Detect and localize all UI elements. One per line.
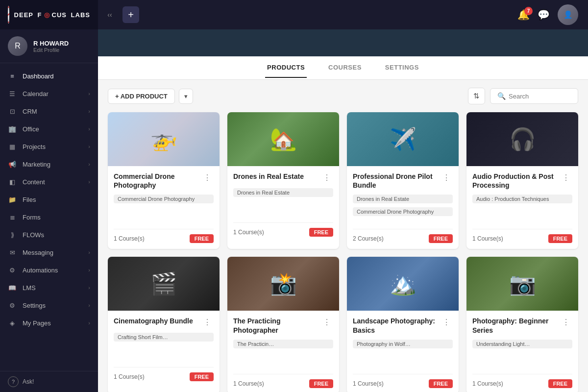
user-section: R R HOWARD Edit Profile [0, 29, 98, 63]
product-image: 🎬 [108, 257, 220, 311]
more-options-button[interactable]: ⋮ [560, 317, 572, 328]
sidebar-item-crm[interactable]: ⊡ CRM › [0, 102, 98, 120]
chevron-right-icon: › [88, 126, 90, 132]
sidebar-item-label: Marketing [23, 161, 50, 168]
collapse-sidebar-button[interactable]: ‹‹ [103, 8, 117, 22]
product-image: 🏔️ [347, 257, 459, 311]
settings-icon: ⚙ [8, 301, 17, 310]
ask-icon: ? [8, 376, 19, 387]
chevron-right-icon: › [88, 302, 90, 308]
price-badge: FREE [190, 372, 214, 381]
product-title: The Practicing Photographer [233, 317, 321, 334]
more-options-button[interactable]: ⋮ [201, 172, 214, 183]
sidebar-item-dashboard[interactable]: ≡ Dashboard [0, 67, 98, 85]
add-product-label: + ADD PRODUCT [115, 93, 168, 100]
office-icon: 🏢 [8, 124, 17, 133]
product-card-professional-drone: ✈️ Professional Drone Pilot Bundle ⋮ Dro… [347, 112, 459, 249]
search-input[interactable] [509, 93, 571, 100]
sidebar-item-label: Automations [23, 267, 58, 274]
product-body: Drones in Real Estate ⋮ Drones in Real E… [227, 166, 339, 243]
course-count: 1 Course(s) [233, 380, 264, 387]
product-card-commercial-drone: 🚁 Commercial Drone Photography ⋮ Commerc… [108, 112, 220, 249]
sidebar-item-settings[interactable]: ⚙ Settings › [0, 296, 98, 314]
chevron-right-icon: › [88, 285, 90, 291]
tab-products[interactable]: PRODUCTS [265, 58, 307, 78]
course-count: 1 Course(s) [114, 235, 145, 242]
more-options-button[interactable]: ⋮ [321, 172, 333, 183]
product-image: ✈️ [347, 112, 459, 166]
product-card-practicing-photographer: 📸 The Practicing Photographer ⋮ The Prac… [227, 257, 339, 392]
tag: Understanding Light… [472, 340, 572, 348]
sidebar-item-messaging[interactable]: ✉ Messaging › [0, 244, 98, 261]
user-info: R HOWARD Edit Profile [33, 40, 69, 53]
product-grid: 🚁 Commercial Drone Photography ⋮ Commerc… [108, 112, 578, 392]
sort-button[interactable]: ⇅ [468, 88, 485, 104]
price-badge: FREE [309, 228, 333, 237]
sidebar-item-lms[interactable]: 📖 LMS › [0, 279, 98, 296]
add-product-button[interactable]: + ADD PRODUCT [108, 89, 175, 104]
sidebar-item-files[interactable]: 📁 Files [0, 191, 98, 208]
sidebar-bottom: ? Ask! [0, 371, 98, 392]
product-footer: 1 Course(s) FREE [233, 374, 333, 388]
notification-badge: 7 [524, 7, 533, 15]
product-footer: 1 Course(s) FREE [472, 229, 572, 243]
sidebar-item-projects[interactable]: ▦ Projects › [0, 138, 98, 155]
tag: Photography in Wolf… [353, 340, 453, 348]
search-icon: 🔍 [497, 92, 506, 100]
sidebar-item-content[interactable]: ◧ Content › [0, 173, 98, 191]
edit-profile-link[interactable]: Edit Profile [33, 47, 69, 53]
sidebar-item-marketing[interactable]: 📢 Marketing › [0, 155, 98, 173]
price-badge: FREE [309, 379, 333, 388]
tag: Crafting Short Film… [114, 333, 214, 342]
projects-icon: ▦ [8, 142, 17, 151]
files-icon: 📁 [8, 195, 17, 204]
tags-list: Drones in Real Estate Commercial Drone P… [353, 195, 453, 224]
messages-button[interactable]: 💬 [538, 9, 550, 21]
tag: Commercial Drone Photography [353, 207, 453, 216]
sidebar-item-forms[interactable]: ≣ Forms [0, 208, 98, 226]
add-button[interactable]: + [122, 6, 139, 23]
tab-courses[interactable]: COURSES [326, 58, 364, 78]
profile-avatar[interactable]: 👤 [558, 4, 578, 25]
course-count: 2 Course(s) [353, 235, 384, 242]
content-area: + ADD PRODUCT ▾ ⇅ 🔍 🚁 [98, 80, 588, 392]
more-options-button[interactable]: ⋮ [441, 172, 453, 183]
sidebar-item-office[interactable]: 🏢 Office › [0, 120, 98, 138]
product-body: Landscape Photography: Basics ⋮ Photogra… [347, 311, 459, 392]
chevron-right-icon: › [88, 108, 90, 114]
course-count: 1 Course(s) [233, 229, 264, 236]
brand-name: DEEP F◎CUS LABS [14, 11, 90, 19]
course-count: 1 Course(s) [472, 380, 503, 387]
product-image: 📸 [227, 257, 339, 311]
product-image: 🎧 [466, 112, 578, 166]
chevron-right-icon: › [88, 161, 90, 167]
search-box: 🔍 [490, 88, 578, 104]
more-options-button[interactable]: ⋮ [201, 317, 214, 328]
chevron-right-icon: › [88, 249, 90, 255]
more-options-button[interactable]: ⋮ [441, 317, 453, 328]
tab-bar: PRODUCTS COURSES SETTINGS [98, 56, 588, 80]
sidebar-item-calendar[interactable]: ☰ Calendar › [0, 85, 98, 102]
avatar: R [8, 36, 27, 56]
sidebar-item-label: Calendar [23, 90, 49, 98]
chevron-right-icon: › [88, 320, 90, 326]
product-body: Cinematography Bundle ⋮ Crafting Short F… [108, 311, 220, 387]
product-footer: 1 Course(s) FREE [353, 374, 453, 388]
product-card-cinematography-bundle: 🎬 Cinematography Bundle ⋮ Crafting Short… [108, 257, 220, 392]
topbar-left: ‹‹ + [103, 6, 139, 23]
tags-list: Crafting Short Film… [114, 333, 214, 362]
sidebar-item-flows[interactable]: ⟫ FLOWs [0, 226, 98, 244]
more-options-button[interactable]: ⋮ [560, 172, 572, 183]
filter-dropdown-button[interactable]: ▾ [179, 89, 193, 104]
product-title: Professional Drone Pilot Bundle [353, 172, 441, 190]
notifications-button[interactable]: 🔔 7 [517, 9, 530, 21]
crm-icon: ⊡ [8, 107, 17, 116]
product-footer: 1 Course(s) FREE [114, 229, 214, 243]
tab-settings[interactable]: SETTINGS [383, 58, 421, 78]
more-options-button[interactable]: ⋮ [321, 317, 333, 328]
sidebar: DEEP F◎CUS LABS R R HOWARD Edit Profile … [0, 0, 98, 392]
sidebar-item-mypages[interactable]: ◈ My Pages › [0, 314, 98, 332]
ask-button[interactable]: ? Ask! [8, 376, 90, 387]
sidebar-item-automations[interactable]: ⚙ Automations › [0, 261, 98, 279]
sidebar-nav: ≡ Dashboard ☰ Calendar › ⊡ CRM › 🏢 Offic… [0, 63, 98, 371]
